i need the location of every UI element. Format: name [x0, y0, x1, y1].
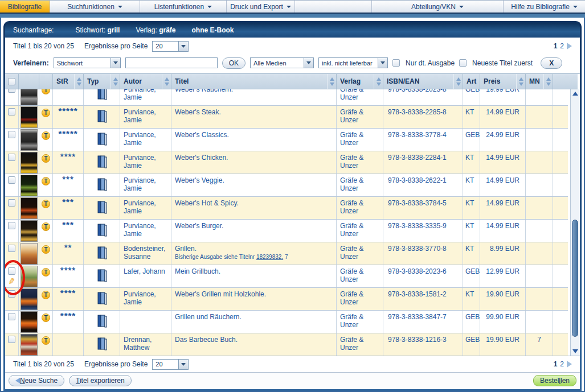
title-link[interactable]: Weber's Classics. — [175, 131, 229, 139]
refine-input[interactable] — [125, 57, 218, 68]
per-page-select[interactable]: 20 — [152, 41, 189, 52]
t-badge-icon[interactable]: T — [42, 200, 50, 208]
price-cell: 14.99 EUR — [480, 174, 526, 196]
row-checkbox[interactable] — [8, 245, 15, 252]
menu-druck-und-export[interactable]: Druck und Export — [227, 1, 295, 13]
cover-thumbnail[interactable] — [21, 288, 38, 310]
next-page-icon[interactable] — [567, 361, 572, 368]
t-badge-icon[interactable]: T — [42, 245, 50, 254]
title-link[interactable]: Grillen und Räuchern. — [175, 313, 242, 321]
cover-thumbnail[interactable] — [21, 311, 38, 333]
header-typ: Typ — [84, 74, 120, 89]
t-badge-icon[interactable]: T — [42, 131, 50, 140]
table-row: ✎ T Drennan, Matthew Das Barbecue Buch. — [5, 333, 568, 356]
cover-thumbnail[interactable] — [21, 197, 38, 219]
menu-listenfunktionen[interactable]: Listenfunktionen — [140, 1, 227, 13]
row-checkbox[interactable] — [8, 176, 15, 184]
cover-thumbnail[interactable] — [21, 266, 38, 287]
per-page-select-bottom[interactable]: 20 — [152, 359, 189, 370]
isbn-cell: 978-3-8338-3847-7 — [383, 311, 463, 333]
footer-bar: Neue Suche Titel exportieren Bestelllen — [5, 372, 580, 388]
book-icon — [96, 132, 108, 146]
publisher-cell: Gräfe & Unzer — [337, 220, 383, 242]
tab-bibliografie[interactable]: Bibliografie — [0, 1, 50, 13]
menu-suchfunktionen[interactable]: Suchfunktionen — [50, 1, 140, 13]
title-cell: Weber's Steak. — [171, 106, 337, 128]
row-checkbox[interactable] — [8, 89, 15, 93]
chevron-down-icon — [111, 58, 120, 68]
menu-abteilung-vkn[interactable]: Abteilung/VKN — [372, 1, 504, 13]
t-badge-icon[interactable]: T — [42, 268, 50, 277]
checkbox-nur-dt-ausgabe[interactable] — [392, 59, 400, 67]
row-checkbox[interactable] — [8, 222, 15, 229]
row-checkbox[interactable] — [8, 199, 15, 207]
title-link[interactable]: Weber's Steak. — [175, 108, 221, 116]
row-checkbox[interactable] — [8, 131, 15, 138]
refine-label: Verfeinern: — [13, 59, 49, 67]
row-checkbox[interactable] — [8, 290, 15, 298]
binding-cell: KT — [463, 288, 480, 310]
checkbox-neueste-titel[interactable] — [459, 59, 467, 67]
order-button[interactable]: Bestelllen — [533, 375, 576, 386]
title-link[interactable]: Weber's Chicken. — [175, 154, 228, 162]
t-badge-icon[interactable]: T — [42, 313, 50, 322]
binding-cell: GEB — [463, 311, 480, 333]
select-all-checkbox[interactable] — [8, 78, 15, 85]
cover-thumbnail[interactable] — [21, 175, 38, 196]
title-link[interactable]: Weber's Burger. — [175, 222, 223, 230]
cover-cell — [19, 265, 39, 287]
t-badge-icon[interactable]: T — [42, 109, 50, 117]
row-checkbox[interactable] — [8, 154, 15, 161]
t-badge-icon[interactable]: T — [42, 177, 50, 185]
page-link-2[interactable]: 2 — [560, 42, 564, 50]
scroll-down-icon[interactable] — [572, 349, 578, 353]
cover-thumbnail[interactable] — [21, 334, 38, 356]
t-badge-icon[interactable]: T — [42, 154, 50, 163]
t-badge-icon[interactable]: T — [42, 291, 50, 299]
cover-thumbnail[interactable] — [21, 129, 38, 151]
row-checkbox[interactable] — [8, 108, 15, 115]
cover-thumbnail[interactable] — [21, 243, 38, 265]
clear-filter-button[interactable]: X — [541, 57, 562, 69]
t-badge-icon[interactable]: T — [42, 222, 50, 231]
title-link[interactable]: Weber's Hot & Spicy. — [175, 199, 239, 207]
title-link[interactable]: Weber's Veggie. — [175, 176, 224, 184]
scroll-up-icon[interactable] — [571, 89, 580, 98]
row-checkbox[interactable] — [8, 267, 15, 275]
new-search-button[interactable]: Neue Suche — [9, 375, 64, 386]
scrollbar-thumb[interactable] — [572, 220, 578, 337]
cover-thumbnail[interactable] — [21, 152, 38, 174]
book-icon — [96, 337, 108, 351]
cover-thumbnail[interactable] — [21, 106, 38, 128]
t-badge-icon[interactable]: T — [42, 336, 50, 345]
t-badge-icon[interactable]: T — [42, 89, 50, 94]
cover-cell — [19, 197, 39, 219]
main-menubar: Bibliografie Suchfunktionen Listenfunkti… — [0, 0, 585, 13]
row-select-cell: ✎ — [5, 129, 19, 151]
vertical-scrollbar[interactable] — [570, 89, 580, 356]
title-link[interactable]: Weber's Grillen mit Holzkohle. — [175, 290, 266, 298]
cover-thumbnail[interactable] — [21, 220, 38, 242]
sort-asc-icon — [519, 77, 523, 81]
mn-cell — [526, 174, 553, 196]
refine-field-select[interactable]: Stichwort — [54, 57, 121, 68]
menubar-spacer — [295, 1, 372, 13]
cover-thumbnail[interactable] — [21, 89, 38, 105]
title-link[interactable]: Weber's Räuchern. — [175, 89, 233, 93]
title-cell: Weber's Veggie. — [171, 174, 337, 196]
sort-desc-icon — [113, 82, 118, 86]
ok-button[interactable]: OK — [222, 57, 246, 69]
row-checkbox[interactable] — [8, 336, 15, 343]
page-link-2[interactable]: 2 — [560, 360, 564, 368]
title-note-link[interactable]: 18239832. — [256, 254, 283, 260]
availability-select[interactable]: inkl. nicht lieferbar — [318, 57, 388, 68]
menu-hilfe[interactable]: Hilfe zu Bibliografie — [504, 1, 585, 13]
note-pencil-icon[interactable]: ✎ — [7, 277, 16, 286]
export-titles-button[interactable]: Titel exportieren — [69, 375, 132, 386]
title-link[interactable]: Mein Grillbuch. — [175, 267, 220, 275]
next-page-icon[interactable] — [567, 43, 572, 49]
row-checkbox[interactable] — [8, 313, 15, 320]
media-select[interactable]: Alle Medien — [250, 57, 314, 68]
title-link[interactable]: Das Barbecue Buch. — [175, 336, 238, 344]
title-link[interactable]: Grillen. — [175, 245, 197, 253]
